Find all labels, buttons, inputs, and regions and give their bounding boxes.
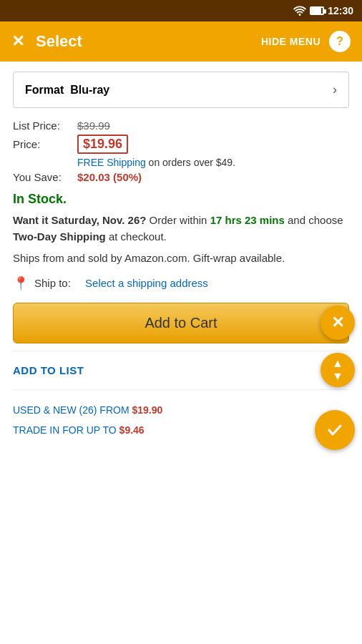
price-row: Price: $19.96 bbox=[13, 135, 349, 154]
header-left: ✕ Select bbox=[11, 32, 82, 51]
price-value: $19.96 bbox=[77, 135, 128, 154]
sold-by: Ships from and sold by Amazon.com. Gift-… bbox=[13, 250, 349, 267]
savings-row: You Save: $20.03 (50%) bbox=[13, 171, 349, 183]
select-address-link[interactable]: Select a shipping address bbox=[85, 277, 208, 289]
shipping-countdown: 17 hrs 23 mins bbox=[210, 214, 285, 226]
used-new-price: $19.90 bbox=[132, 404, 162, 416]
add-to-list-button[interactable]: ADD TO LIST bbox=[13, 364, 84, 376]
cart-close-button[interactable]: ✕ bbox=[321, 306, 355, 340]
divider-2 bbox=[13, 389, 349, 390]
add-to-cart-container: Add to Cart ✕ bbox=[13, 303, 349, 343]
app-header: ✕ Select HIDE MENU ? bbox=[0, 21, 362, 62]
checkmark-icon bbox=[326, 421, 343, 439]
battery-icon bbox=[310, 6, 324, 15]
list-price-row: List Price: $39.99 bbox=[13, 119, 349, 132]
expand-up-icon: ▲ bbox=[332, 358, 343, 369]
cart-close-icon: ✕ bbox=[331, 313, 344, 332]
used-new-prefix: USED & NEW (26) FROM bbox=[13, 404, 132, 416]
free-shipping-link[interactable]: FREE Shipping bbox=[77, 157, 146, 168]
price-label: Price: bbox=[13, 138, 77, 150]
pin-icon: 📍 bbox=[13, 275, 29, 291]
list-price-label: List Price: bbox=[13, 119, 77, 132]
divider-1 bbox=[13, 351, 349, 351]
free-shipping-rest: on orders over $49. bbox=[146, 157, 235, 168]
header-right: HIDE MENU ? bbox=[261, 31, 351, 52]
stock-status: In Stock. bbox=[13, 192, 349, 207]
status-icons: 12:30 bbox=[293, 5, 353, 16]
used-new-row[interactable]: USED & NEW (26) FROM $19.90 bbox=[13, 397, 349, 420]
status-bar: 12:30 bbox=[0, 0, 362, 21]
status-time: 12:30 bbox=[328, 5, 353, 16]
format-selector[interactable]: Format Blu-ray › bbox=[13, 72, 349, 108]
close-button[interactable]: ✕ bbox=[11, 32, 24, 51]
list-price-value: $39.99 bbox=[77, 119, 110, 132]
chevron-right-icon: › bbox=[333, 82, 337, 97]
hide-menu-button[interactable]: HIDE MENU bbox=[261, 36, 321, 47]
ship-to-row: 📍 Ship to: Select a shipping address bbox=[13, 275, 349, 291]
main-content: Format Blu-ray › List Price: $39.99 Pric… bbox=[0, 62, 362, 450]
add-to-list-row: ADD TO LIST ▲ ▼ bbox=[13, 358, 349, 382]
trade-in-prefix: TRADE IN FOR UP TO bbox=[13, 424, 119, 436]
format-label: Format Blu-ray bbox=[25, 84, 109, 97]
confirm-button[interactable] bbox=[315, 410, 355, 450]
pricing-section: List Price: $39.99 Price: $19.96 FREE Sh… bbox=[13, 119, 349, 183]
add-to-cart-button[interactable]: Add to Cart bbox=[13, 303, 349, 343]
help-button[interactable]: ? bbox=[329, 31, 351, 52]
free-shipping-row: FREE Shipping on orders over $49. bbox=[77, 157, 349, 168]
wifi-icon bbox=[293, 6, 306, 16]
shipping-method: Two-Day Shipping bbox=[13, 230, 106, 243]
ship-to-label: Ship to: bbox=[34, 277, 71, 289]
expand-button[interactable]: ▲ ▼ bbox=[321, 353, 355, 387]
shipping-info: Want it Saturday, Nov. 26? Order within … bbox=[13, 213, 349, 245]
savings-label: You Save: bbox=[13, 171, 77, 183]
savings-value: $20.03 (50%) bbox=[77, 171, 142, 183]
trade-in-price: $9.46 bbox=[119, 424, 145, 436]
trade-in-row[interactable]: TRADE IN FOR UP TO $9.46 bbox=[13, 420, 349, 440]
header-title: Select bbox=[36, 32, 82, 51]
shipping-date-text: Want it Saturday, Nov. 26? bbox=[13, 214, 146, 226]
expand-down-icon: ▼ bbox=[332, 371, 343, 382]
format-value: Blu-ray bbox=[70, 84, 109, 96]
